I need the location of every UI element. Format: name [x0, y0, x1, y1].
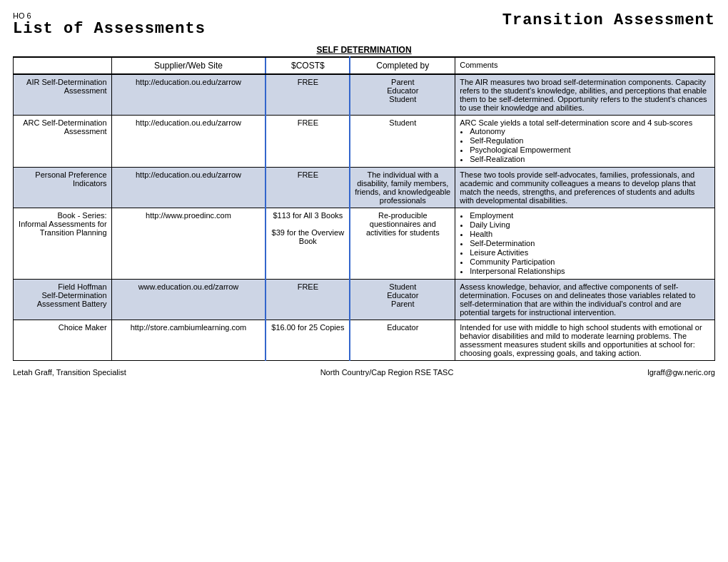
cell-completed: Student Educator Parent	[350, 280, 455, 320]
cell-cost: FREE	[266, 280, 350, 320]
main-title: List of Assessments	[13, 20, 206, 38]
col-header-name	[14, 57, 112, 74]
bullet-item: Leisure Activities	[470, 248, 710, 257]
bullet-item: Self-Determination	[470, 239, 710, 247]
cell-comments: These two tools provide self-advocates, …	[455, 168, 715, 208]
col-header-comments: Comments	[455, 57, 715, 74]
table-row: Personal Preference Indicatorshttp://edu…	[14, 168, 715, 208]
cell-cost: FREE	[266, 168, 350, 208]
header-left: HO 6 List of Assessments	[13, 11, 206, 38]
cell-supplier: http://education.ou.edu/zarrow	[111, 74, 266, 116]
col-header-cost: $COST$	[266, 57, 350, 74]
footer-center: North Country/Cap Region RSE TASC	[320, 368, 454, 377]
table-row: Field Hoffman Self-Determination Assessm…	[14, 280, 715, 320]
cell-supplier: http://education.ou.edu/zarrow	[111, 168, 266, 208]
col-header-supplier: Supplier/Web Site	[111, 57, 266, 74]
cell-completed: Re-producible questionnaires and activit…	[350, 208, 455, 280]
bullet-item: Autonomy	[470, 127, 710, 136]
table-row: Book - Series: Informal Assessments for …	[14, 208, 715, 280]
cell-name: Field Hoffman Self-Determination Assessm…	[14, 280, 112, 320]
bullet-item: Health	[470, 230, 710, 238]
bullet-item: Employment	[470, 211, 710, 220]
cell-name: Choice Maker	[14, 320, 112, 361]
section-title: SELF DETERMINATION	[13, 45, 715, 55]
ho-label: HO 6	[13, 11, 206, 20]
cell-comments: Intended for use with middle to high sch…	[455, 320, 715, 361]
cell-name: AIR Self-Determination Assessment	[14, 74, 112, 116]
cell-completed: Educator	[350, 320, 455, 361]
cell-cost: $16.00 for 25 Copies	[266, 320, 350, 361]
right-title: Transition Assessment	[502, 11, 715, 29]
table-header-row: Supplier/Web Site $COST$ Completed by Co…	[14, 57, 715, 74]
cell-comments: The AIR measures two broad self-determin…	[455, 74, 715, 116]
bullet-item: Interpersonal Relationships	[470, 267, 710, 275]
table-row: ARC Self-Determination Assessmenthttp://…	[14, 116, 715, 168]
cell-supplier: www.education.ou.ed/zarrow	[111, 280, 266, 320]
bullet-item: Self-Regulation	[470, 136, 710, 145]
cell-cost: FREE	[266, 116, 350, 168]
table-row: Choice Makerhttp://store.cambiumlearning…	[14, 320, 715, 361]
cell-completed: The individual with a disability, family…	[350, 168, 455, 208]
cell-cost: $113 for All 3 Books $39 for the Overvie…	[266, 208, 350, 280]
cell-completed: Parent Educator Student	[350, 74, 455, 116]
cell-cost: FREE	[266, 74, 350, 116]
bullet-item: Self-Realization	[470, 155, 710, 163]
assessments-table: Supplier/Web Site $COST$ Completed by Co…	[13, 56, 715, 361]
bullet-item: Community Participation	[470, 257, 710, 266]
col-header-completed: Completed by	[350, 57, 455, 74]
cell-name: Personal Preference Indicators	[14, 168, 112, 208]
cell-name: ARC Self-Determination Assessment	[14, 116, 112, 168]
cell-comments: ARC Scale yields a total self-determinat…	[455, 116, 715, 168]
footer-right: lgraff@gw.neric.org	[647, 368, 715, 377]
cell-supplier: http://www.proedinc.com	[111, 208, 266, 280]
bullet-item: Daily Living	[470, 220, 710, 229]
bullet-item: Psychological Empowerment	[470, 145, 710, 154]
cell-completed: Student	[350, 116, 455, 168]
page-header: HO 6 List of Assessments Transition Asse…	[13, 11, 715, 38]
cell-supplier: http://education.ou.edu/zarrow	[111, 116, 266, 168]
cell-supplier: http://store.cambiumlearning.com	[111, 320, 266, 361]
cell-comments: EmploymentDaily LivingHealthSelf-Determi…	[455, 208, 715, 280]
cell-comments: Assess knowledge, behavior, and affectiv…	[455, 280, 715, 320]
cell-name: Book - Series: Informal Assessments for …	[14, 208, 112, 280]
footer-left: Letah Graff, Transition Specialist	[13, 368, 126, 377]
table-row: AIR Self-Determination Assessmenthttp://…	[14, 74, 715, 116]
footer: Letah Graff, Transition Specialist North…	[13, 368, 715, 377]
